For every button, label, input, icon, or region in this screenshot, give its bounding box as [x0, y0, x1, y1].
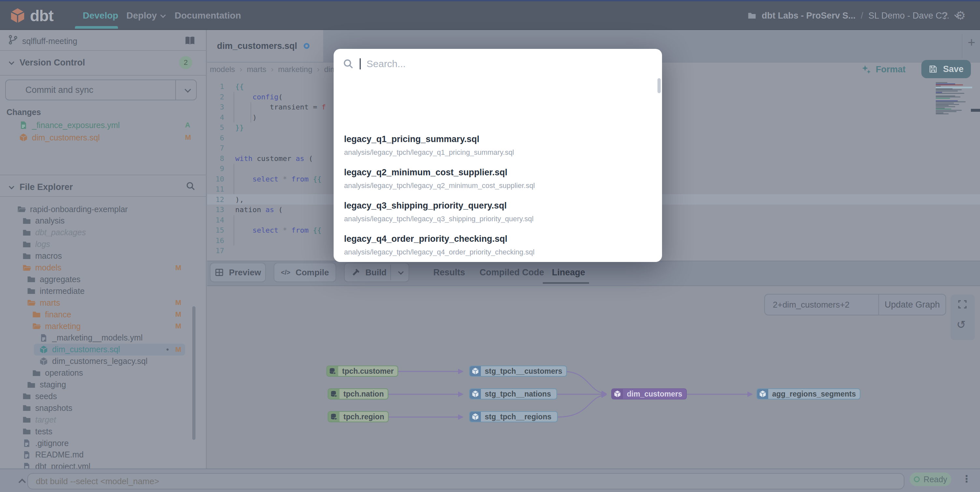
model-cube-icon — [39, 345, 48, 354]
tree-item-rapid-onboarding-exemplar[interactable]: rapid-onboarding-exemplar — [0, 203, 201, 215]
tree-item-marketing[interactable]: marketingM — [0, 320, 201, 332]
indent-guide — [234, 92, 234, 123]
search-icon[interactable] — [186, 181, 196, 191]
lineage-node-label: stg_tpch__regions — [481, 412, 555, 421]
tree-item-label: operations — [45, 368, 83, 377]
lineage-node-tpch-customer[interactable]: tpch.customer — [326, 366, 398, 377]
line-number: 17 — [207, 246, 224, 256]
modal-search-input[interactable] — [366, 58, 562, 69]
lineage-node-stg-tpch-regions[interactable]: stg_tpch__regions — [469, 411, 558, 422]
breadcrumb-item[interactable]: models — [210, 65, 235, 74]
tab-lineage[interactable]: Lineage — [552, 263, 585, 282]
line-number: 2 — [207, 92, 224, 102]
tree-item-label: finance — [45, 310, 72, 319]
lineage-node-tpch-region[interactable]: tpch.region — [328, 411, 389, 422]
tree-item-dim-customers-sql[interactable]: dim_customers.sql•M — [0, 344, 201, 355]
tree-item-label: snapshots — [35, 403, 72, 413]
build-button[interactable]: Build — [344, 263, 409, 282]
update-graph-button[interactable]: Update Graph — [878, 295, 945, 315]
lineage-node-dim-customers[interactable]: dim_customers — [611, 389, 687, 400]
breadcrumb[interactable]: models›marts›marketing›dim_c — [210, 62, 345, 77]
code-text: select * from {{ — [235, 174, 321, 185]
tree-item-marts[interactable]: martsM — [0, 297, 201, 309]
docs-book-icon[interactable] — [185, 35, 196, 46]
breadcrumb-item[interactable]: marts — [247, 65, 266, 74]
modal-scrollbar-thumb[interactable] — [657, 78, 661, 93]
divider — [175, 80, 176, 100]
lineage-node-label: dim_customers — [623, 390, 686, 398]
compile-button[interactable]: </>Compile — [274, 263, 336, 282]
tab-dim-customers[interactable]: dim_customers.sql — [207, 30, 323, 62]
modified-badge: M — [175, 322, 181, 330]
tree-item-models[interactable]: modelsM — [0, 262, 201, 274]
search-result-item[interactable]: legacy_q4_order_priority_checking.sqlana… — [344, 234, 631, 256]
breadcrumb-item[interactable]: marketing — [278, 65, 312, 74]
tree-item--marketing-models-yml[interactable]: _marketing__models.yml — [0, 332, 201, 344]
tree-item-label: analysis — [35, 216, 65, 226]
navbar: dbt Develop Deploy Documentation dbt Lab… — [0, 1, 980, 30]
tree-item-readme-md[interactable]: README.md — [0, 449, 201, 461]
file-doc-icon — [22, 439, 31, 448]
account-project-breadcrumb[interactable]: dbt Labs - ProServ S... / SL Demo - Dave… — [748, 1, 958, 30]
help-icon[interactable]: ? — [942, 1, 948, 30]
tree-item--gitignore[interactable]: .gitignore — [0, 437, 201, 449]
dbt-command-input[interactable] — [27, 473, 904, 489]
tree-item-macros[interactable]: macros — [0, 250, 201, 262]
divider — [962, 34, 963, 58]
commit-and-sync-button[interactable]: Commit and sync — [5, 80, 197, 100]
preview-button[interactable]: Preview — [210, 263, 266, 282]
lineage-node-stg-tpch-nations[interactable]: stg_tpch__nations — [469, 389, 557, 400]
tree-item-tests[interactable]: tests — [0, 425, 201, 437]
tab-results[interactable]: Results — [433, 263, 465, 282]
change-file-name: dim_customers.sql — [32, 133, 100, 142]
change-row[interactable]: dim_customers.sqlM — [0, 132, 196, 143]
indent-guide — [251, 102, 251, 123]
change-row[interactable]: _finance_exposures.ymlA — [0, 119, 196, 131]
tree-item-snapshots[interactable]: snapshots — [0, 402, 201, 414]
version-control-header[interactable]: Version Control — [0, 56, 207, 69]
tree-item-staging[interactable]: staging — [0, 379, 201, 391]
kebab-menu-icon[interactable]: ⋮ — [962, 473, 972, 484]
lineage-node-agg-regions-segments[interactable]: agg_regions_segments — [757, 389, 861, 400]
file-explorer-header[interactable]: File Explorer — [0, 180, 207, 194]
minimap-line — [936, 83, 955, 84]
reset-view-icon[interactable]: ↺ — [956, 318, 966, 331]
lineage-filter-input[interactable] — [765, 295, 878, 315]
tab-compiled-code[interactable]: Compiled Code — [480, 263, 544, 282]
editor-scrollbar-thumb[interactable] — [971, 109, 980, 112]
tree-item-operations[interactable]: operations — [0, 367, 201, 379]
tree-item-logs[interactable]: logs — [0, 239, 201, 250]
change-file-name: _finance_exposures.yml — [32, 121, 120, 130]
nav-documentation[interactable]: Documentation — [175, 1, 241, 30]
tree-item-dim-customers-legacy-sql[interactable]: dim_customers_legacy.sql — [0, 355, 201, 367]
folder-icon — [22, 228, 31, 237]
tree-item-analysis[interactable]: analysis — [0, 215, 201, 227]
file-doc-icon — [39, 333, 48, 342]
tree-item-dbt-packages[interactable]: dbt_packages — [0, 227, 201, 239]
chevron-down-icon — [398, 269, 403, 275]
search-result-title: legacy_q1_pricing_summary.sql — [344, 134, 631, 144]
tree-item-aggregates[interactable]: aggregates — [0, 273, 201, 285]
search-result-item[interactable]: legacy_q1_pricing_summary.sqlanalysis/le… — [344, 134, 631, 157]
chevron-down-icon — [9, 59, 14, 65]
lineage-node-stg-tpch-customers[interactable]: stg_tpch__customers — [469, 366, 567, 377]
nav-develop[interactable]: Develop — [83, 1, 118, 30]
search-result-item[interactable]: legacy_q2_minimum_cost_supplier.sqlanaly… — [344, 167, 631, 190]
new-tab-button[interactable]: + — [965, 35, 978, 50]
minimap-line — [936, 84, 963, 85]
lineage-node-tpch-nation[interactable]: tpch.nation — [328, 389, 388, 400]
nav-deploy[interactable]: Deploy — [126, 1, 164, 30]
file-tree-scrollbar[interactable] — [192, 306, 196, 440]
tree-item-finance[interactable]: financeM — [0, 309, 201, 320]
search-result-item[interactable]: legacy_q3_shipping_priority_query.sqlana… — [344, 201, 631, 223]
gear-icon[interactable]: ⚙ — [955, 1, 966, 30]
tree-item-seeds[interactable]: seeds — [0, 390, 201, 402]
format-button[interactable]: Format — [861, 61, 906, 78]
dbt-logo[interactable]: dbt — [9, 1, 53, 30]
model-cube-icon — [470, 389, 481, 400]
fullscreen-icon[interactable] — [957, 299, 967, 309]
text-cursor — [360, 58, 361, 69]
save-button[interactable]: Save — [921, 60, 971, 78]
tree-item-intermediate[interactable]: intermediate — [0, 285, 201, 297]
tree-item-target[interactable]: target — [0, 414, 201, 425]
